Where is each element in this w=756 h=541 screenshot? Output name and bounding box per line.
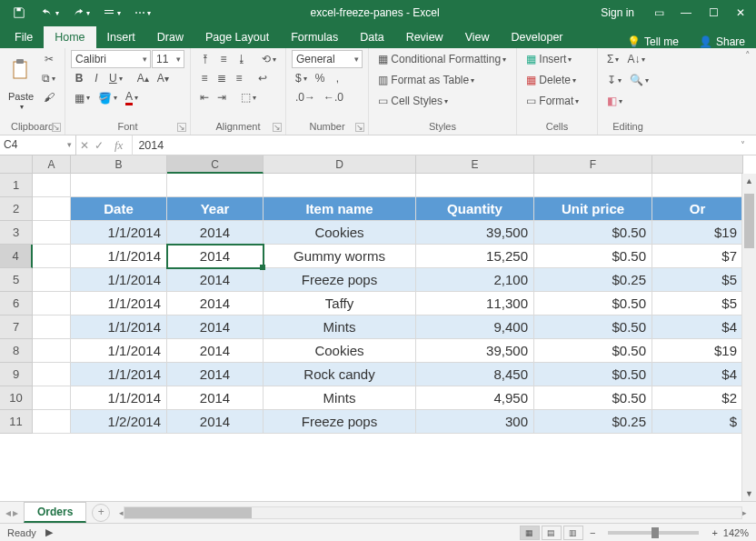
font-name-combo[interactable]: Calibri: [71, 50, 151, 68]
table-cell[interactable]: $2: [652, 386, 743, 410]
table-cell[interactable]: 2014: [167, 268, 264, 292]
table-header[interactable]: Date: [71, 197, 167, 221]
table-cell[interactable]: 1/1/2014: [71, 245, 167, 268]
increase-decimal-button[interactable]: .0→: [292, 88, 319, 106]
table-cell[interactable]: 2014: [167, 339, 264, 363]
save-icon[interactable]: [7, 1, 31, 25]
cell[interactable]: [33, 410, 71, 434]
orientation-button[interactable]: ⟲▾: [258, 50, 280, 68]
table-cell[interactable]: 1/2/2014: [71, 410, 167, 434]
table-cell[interactable]: $0.50: [534, 316, 652, 339]
zoom-out-icon[interactable]: −: [590, 527, 595, 538]
tab-file[interactable]: File: [4, 26, 44, 48]
table-cell[interactable]: 1/1/2014: [71, 292, 167, 316]
clipboard-dialog-launcher[interactable]: ↘: [52, 123, 61, 132]
table-cell[interactable]: 4,950: [416, 386, 534, 410]
sign-in-link[interactable]: Sign in: [592, 6, 643, 19]
sheet-nav-prev-icon[interactable]: ◂: [5, 506, 11, 519]
underline-button[interactable]: U▾: [105, 69, 126, 87]
table-cell[interactable]: 1/1/2014: [71, 268, 167, 292]
row-header-2[interactable]: 2: [0, 197, 33, 221]
cut-button[interactable]: ✂: [38, 50, 59, 68]
table-cell[interactable]: $0.50: [534, 292, 652, 316]
fill-color-button[interactable]: 🪣▾: [94, 88, 121, 107]
zoom-slider[interactable]: [608, 531, 699, 535]
increase-indent-button[interactable]: ⇥: [214, 88, 230, 106]
maximize-icon[interactable]: ☐: [701, 1, 725, 25]
column-header-E[interactable]: E: [416, 155, 534, 174]
row-header-10[interactable]: 10: [0, 386, 33, 410]
table-cell[interactable]: $4: [652, 363, 743, 386]
undo-icon[interactable]: ▾: [38, 1, 62, 25]
find-button[interactable]: 🔍▾: [626, 71, 652, 89]
column-header-F[interactable]: F: [534, 155, 652, 174]
font-dialog-launcher[interactable]: ↘: [177, 123, 186, 132]
cell[interactable]: [416, 174, 534, 197]
column-header-D[interactable]: D: [264, 155, 416, 174]
table-cell[interactable]: 2014: [167, 386, 264, 410]
cell[interactable]: [33, 174, 71, 197]
align-right-button[interactable]: ≡: [231, 69, 247, 87]
table-cell[interactable]: $4: [652, 316, 743, 339]
decrease-indent-button[interactable]: ⇤: [196, 88, 213, 106]
font-color-button[interactable]: A▾: [122, 88, 142, 107]
cell-styles-button[interactable]: ▭ Cell Styles▾: [374, 92, 511, 110]
font-size-combo[interactable]: 11: [152, 50, 184, 68]
merge-button[interactable]: ⬚▾: [237, 88, 260, 106]
close-icon[interactable]: ✕: [729, 1, 752, 25]
cell[interactable]: [534, 174, 652, 197]
percent-button[interactable]: %: [312, 69, 329, 87]
expand-formula-icon[interactable]: ˅: [741, 140, 751, 150]
tab-developer[interactable]: Developer: [501, 26, 574, 48]
select-all[interactable]: [0, 155, 33, 174]
cell[interactable]: [71, 174, 167, 197]
cell[interactable]: [33, 292, 71, 316]
table-cell[interactable]: Taffy: [264, 292, 416, 316]
scroll-thumb[interactable]: [744, 194, 754, 248]
table-cell[interactable]: $19: [652, 221, 743, 245]
collapse-ribbon-icon[interactable]: ˄: [740, 48, 756, 135]
qat-more-icon[interactable]: ▾: [100, 1, 124, 25]
format-painter-button[interactable]: 🖌: [38, 88, 59, 106]
sort-filter-button[interactable]: A↓▾: [623, 50, 649, 68]
table-header[interactable]: Year: [167, 197, 264, 221]
hscroll-thumb[interactable]: [124, 507, 252, 518]
table-cell[interactable]: 1/1/2014: [71, 221, 167, 245]
zoom-in-icon[interactable]: +: [711, 527, 717, 538]
table-cell[interactable]: 39,500: [416, 221, 534, 245]
table-cell[interactable]: 300: [416, 410, 534, 434]
macro-record-icon[interactable]: ▶: [45, 526, 53, 538]
view-page-break-icon[interactable]: ▥: [563, 526, 583, 540]
table-cell[interactable]: $19: [652, 339, 743, 363]
conditional-formatting-button[interactable]: ▦ Conditional Formatting▾: [374, 50, 511, 68]
cell[interactable]: [33, 386, 71, 410]
column-header-blank[interactable]: [652, 155, 743, 174]
tab-home[interactable]: Home: [44, 26, 95, 48]
cell[interactable]: [33, 221, 71, 245]
cell[interactable]: [33, 363, 71, 386]
table-cell[interactable]: Rock candy: [264, 363, 416, 386]
tab-insert[interactable]: Insert: [96, 26, 146, 48]
tab-page-layout[interactable]: Page Layout: [194, 26, 280, 48]
row-header-3[interactable]: 3: [0, 221, 33, 245]
table-cell[interactable]: Freeze pops: [264, 268, 416, 292]
scroll-down-icon[interactable]: ▼: [742, 486, 756, 501]
sheet-tab-orders[interactable]: Orders: [24, 502, 86, 523]
align-center-button[interactable]: ≣: [214, 69, 230, 87]
new-sheet-icon[interactable]: +: [92, 504, 110, 522]
insert-function-icon[interactable]: fx: [109, 138, 128, 153]
sheet-nav-next-icon[interactable]: ▸: [13, 506, 18, 519]
table-cell[interactable]: Freeze pops: [264, 410, 416, 434]
copy-button[interactable]: ⧉▾: [38, 69, 59, 87]
cell[interactable]: [652, 174, 743, 197]
table-cell[interactable]: $0.50: [534, 386, 652, 410]
comma-button[interactable]: ,: [329, 69, 345, 87]
align-left-button[interactable]: ≡: [196, 69, 213, 87]
worksheet[interactable]: ABCDEF12DateYearItem nameQuantityUnit pr…: [0, 155, 756, 501]
table-cell[interactable]: 1/1/2014: [71, 386, 167, 410]
row-header-7[interactable]: 7: [0, 316, 33, 339]
table-cell[interactable]: $0.25: [534, 268, 652, 292]
table-cell[interactable]: $0.50: [534, 339, 652, 363]
delete-cells-button[interactable]: ▦ Delete▾: [522, 71, 592, 89]
fill-button[interactable]: ↧▾: [603, 71, 625, 89]
